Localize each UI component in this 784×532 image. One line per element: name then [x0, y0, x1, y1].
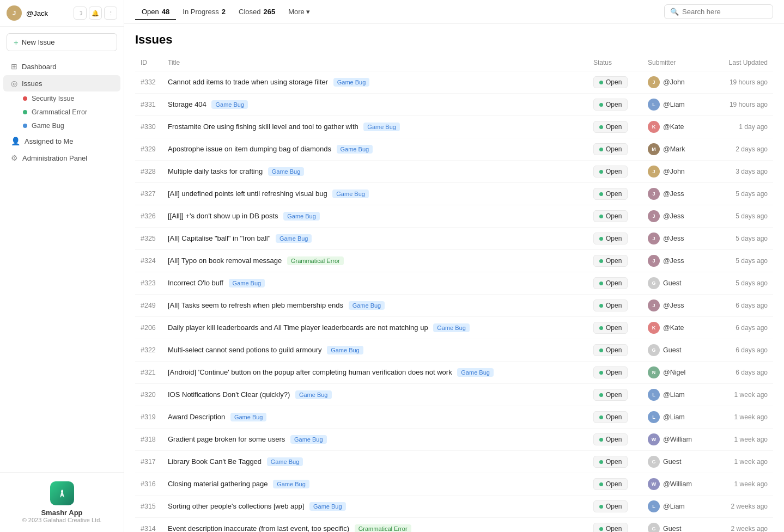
row-submitter: G Guest	[642, 339, 708, 362]
row-status: Open	[588, 71, 642, 94]
status-badge: Open	[593, 389, 628, 401]
submitter-avatar: K	[648, 121, 660, 133]
status-dot-icon	[599, 505, 603, 509]
table-row[interactable]: #318 Gradient page broken for some users…	[135, 429, 773, 451]
sidebar-item-security-issue[interactable]: Security Issue	[3, 92, 120, 105]
table-row[interactable]: #317 Library Book Can't Be Tagged Game B…	[135, 451, 773, 473]
sidebar-item-game-bug[interactable]: Game Bug	[3, 119, 120, 132]
submitter-avatar: J	[648, 210, 660, 222]
sidebar-item-label: Assigned to Me	[25, 137, 74, 145]
status-dot-icon	[599, 103, 603, 107]
row-status: Open	[588, 94, 642, 116]
row-status: Open	[588, 518, 642, 533]
row-submitter: L @Liam	[642, 406, 708, 429]
sidebar-item-assigned[interactable]: 👤 Assigned to Me	[3, 133, 120, 149]
status-badge: Open	[593, 299, 628, 311]
row-id: #315	[135, 496, 162, 518]
col-id: ID	[135, 54, 162, 71]
table-row[interactable]: #325 [All] Capitalise "ball" in "Iron ba…	[135, 228, 773, 250]
submitter-avatar: J	[648, 76, 660, 88]
table-row[interactable]: #330 Frostamite Ore using fishing skill …	[135, 116, 773, 138]
avatar: J	[7, 5, 22, 21]
table-row[interactable]: #329 Apostrophe issue on item dumping ba…	[135, 138, 773, 161]
row-updated: 19 hours ago	[708, 71, 773, 94]
tab-open[interactable]: Open 48	[135, 4, 176, 20]
row-submitter: K @Kate	[642, 317, 708, 339]
tab-inprogress[interactable]: In Progress 2	[176, 4, 232, 20]
row-submitter: G Guest	[642, 451, 708, 473]
table-row[interactable]: #316 Closing material gathering page Gam…	[135, 473, 773, 496]
status-badge: Open	[593, 322, 628, 334]
table-row[interactable]: #315 Sorting other people's collections …	[135, 496, 773, 518]
table-row[interactable]: #323 Incorrect O'lo buff Game Bug Open G…	[135, 272, 773, 295]
table-row[interactable]: #328 Multiple daily tasks for crafting G…	[135, 161, 773, 183]
submitter-name: @Jess	[663, 302, 684, 309]
row-updated: 1 week ago	[708, 451, 773, 473]
plus-icon: +	[14, 38, 19, 47]
app-copyright-label: © 2023 Galahad Creative Ltd.	[9, 517, 115, 523]
sidebar: J @Jack ☽ 🔔 ⋮ + New Issue ⊞ Dashboard ◎ …	[0, 0, 124, 532]
table-row[interactable]: #249 [All] Tasks seem to refresh when pl…	[135, 295, 773, 317]
row-title: Gradient page broken for some users Game…	[162, 429, 588, 451]
row-status: Open	[588, 496, 642, 518]
row-updated: 6 days ago	[708, 317, 773, 339]
row-id: #328	[135, 161, 162, 183]
table-row[interactable]: #314 Event description inaccurate (from …	[135, 518, 773, 533]
status-dot-icon	[599, 81, 603, 84]
red-dot-icon	[23, 96, 27, 101]
row-title: Multiple daily tasks for crafting Game B…	[162, 161, 588, 183]
row-tag: Game Bug	[283, 212, 320, 221]
sidebar-item-admin[interactable]: ⚙ Administration Panel	[3, 150, 120, 166]
submitter-avatar: G	[648, 344, 660, 356]
more-dropdown-button[interactable]: More ▾	[282, 4, 317, 19]
more-options-button[interactable]: ⋮	[104, 7, 117, 20]
table-row[interactable]: #324 [All] Typo on book removal message …	[135, 250, 773, 272]
row-submitter: J @Jess	[642, 250, 708, 272]
status-badge: Open	[593, 233, 628, 244]
table-row[interactable]: #322 Multi-select cannot send potions to…	[135, 339, 773, 362]
row-title: Event description inaccurate (from last …	[162, 518, 588, 533]
table-row[interactable]: #327 [All] undefined points left until r…	[135, 183, 773, 205]
row-submitter: W @William	[642, 429, 708, 451]
submitter-avatar: L	[648, 389, 660, 401]
row-status: Open	[588, 429, 642, 451]
more-label: More	[288, 8, 305, 16]
submitter-info: W @William	[648, 433, 702, 445]
table-row[interactable]: #320 IOS Notifications Don't Clear (quic…	[135, 384, 773, 406]
submitter-avatar: G	[648, 456, 660, 468]
row-title: Storage 404 Game Bug	[162, 94, 588, 116]
submitter-name: @William	[663, 436, 692, 443]
row-status: Open	[588, 406, 642, 429]
sidebar-item-label: Issues	[22, 80, 42, 88]
sidebar-item-dashboard[interactable]: ⊞ Dashboard	[3, 58, 120, 75]
table-row[interactable]: #331 Storage 404 Game Bug Open L @Liam 1…	[135, 94, 773, 116]
search-input[interactable]	[682, 8, 764, 16]
status-badge: Open	[593, 255, 628, 267]
submitter-avatar: J	[648, 166, 660, 178]
table-row[interactable]: #332 Cannot add items to trade when usin…	[135, 71, 773, 94]
sidebar-item-issues[interactable]: ◎ Issues	[3, 75, 120, 91]
row-id: #332	[135, 71, 162, 94]
table-row[interactable]: #321 [Android] 'Continue' button on the …	[135, 362, 773, 384]
new-issue-button[interactable]: + New Issue	[7, 33, 117, 51]
table-row[interactable]: #326 [[All]] +'s don't show up in DB pos…	[135, 205, 773, 228]
row-id: #206	[135, 317, 162, 339]
sidebar-item-grammatical-error[interactable]: Grammatical Error	[3, 106, 120, 119]
table-row[interactable]: #206 Daily player kill leaderboards and …	[135, 317, 773, 339]
row-id: #321	[135, 362, 162, 384]
submitter-name: @Liam	[663, 391, 685, 399]
table-row[interactable]: #319 Award Description Game Bug Open L @…	[135, 406, 773, 429]
svg-point-0	[61, 490, 63, 492]
sub-item-label: Grammatical Error	[32, 108, 87, 116]
row-tag: Game Bug	[230, 413, 267, 421]
theme-toggle-button[interactable]: ☽	[74, 7, 87, 20]
tab-closed[interactable]: Closed 265	[232, 4, 282, 20]
row-status: Open	[588, 116, 642, 138]
submitter-avatar: L	[648, 99, 660, 111]
issues-table: ID Title Status Submitter Last Updated #…	[135, 54, 773, 532]
row-status: Open	[588, 317, 642, 339]
row-status: Open	[588, 473, 642, 496]
row-submitter: N @Nigel	[642, 362, 708, 384]
notifications-button[interactable]: 🔔	[89, 7, 102, 20]
row-tag: Game Bug	[276, 234, 312, 243]
